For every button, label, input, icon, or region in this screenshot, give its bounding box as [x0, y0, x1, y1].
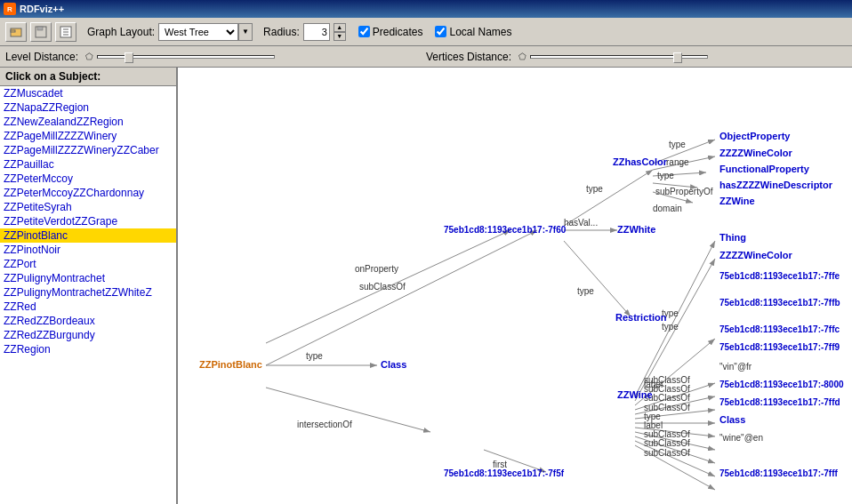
level-distance-icon: ⬠: [85, 52, 93, 61]
graph-layout-label: Graph Layout:: [87, 26, 155, 38]
node-zzwhite[interactable]: ZZWhite: [617, 224, 655, 235]
radius-label: Radius:: [263, 26, 300, 38]
main-area: Click on a Subject: ZZMuscadetZZNapaZZRe…: [0, 68, 852, 504]
graph-layout-select[interactable]: West Tree East Tree Radial: [158, 23, 238, 41]
list-item[interactable]: ZZRedZZBurgundy: [0, 328, 176, 342]
node-wine-en[interactable]: "wine"@en: [719, 433, 763, 443]
graph-svg: type subClassOf onProperty intersectionO…: [178, 68, 852, 504]
list-item[interactable]: ZZRegion: [0, 342, 176, 356]
list-item[interactable]: ZZPauillac: [0, 157, 176, 172]
node-class[interactable]: Class: [381, 359, 406, 370]
list-item[interactable]: ZZPinotBlanc: [0, 228, 176, 243]
title-bar: R RDFviz++: [0, 0, 852, 18]
node-75eb-ffc[interactable]: 75eb1cd8:1193ece1b17:-7ffc: [719, 324, 840, 334]
radius-up-button[interactable]: ▲: [334, 23, 346, 32]
left-panel: Click on a Subject: ZZMuscadetZZNapaZZRe…: [0, 68, 178, 504]
edge-label-onproperty: onProperty: [355, 264, 398, 274]
left-panel-header: Click on a Subject:: [0, 68, 176, 86]
list-item[interactable]: ZZPeterMccoy: [0, 172, 176, 186]
list-item[interactable]: ZZMuscadet: [0, 86, 176, 100]
edge-label-type2: type: [586, 184, 603, 194]
edge-label-intersectionof1: intersectionOf: [297, 420, 352, 429]
open-button[interactable]: [5, 22, 27, 42]
node-restriction[interactable]: Restriction: [615, 312, 667, 323]
export-button[interactable]: [55, 22, 76, 42]
edge-label-type4: type: [669, 140, 686, 149]
slider-row: Level Distance: ⬠ Vertices Distance: ⬠: [0, 46, 852, 68]
local-names-checkbox[interactable]: [435, 26, 446, 37]
node-zzwine2[interactable]: ZZWine: [719, 196, 755, 206]
list-item[interactable]: ZZPulignyMontrachetZZWhiteZ: [0, 285, 176, 300]
list-item[interactable]: ZZRedZZBordeaux: [0, 314, 176, 328]
radius-down-button[interactable]: ▼: [334, 32, 346, 41]
node-75eb-fff[interactable]: 75eb1cd8:1193ece1b17:-7fff: [719, 468, 839, 478]
svg-line-11: [266, 230, 510, 343]
list-item[interactable]: ZZNewZealandZZRegion: [0, 115, 176, 129]
level-distance-slider[interactable]: [97, 55, 275, 59]
list-item[interactable]: ZZRed: [0, 300, 176, 314]
list-item[interactable]: ZZPulignyMontrachet: [0, 271, 176, 285]
svg-line-16: [564, 241, 631, 316]
node-zzwine[interactable]: ZZWine: [617, 389, 653, 400]
svg-rect-3: [37, 27, 43, 30]
svg-line-10: [266, 230, 537, 365]
node-75eb-ffe[interactable]: 75eb1cd8:1193ece1b17:-7ffe: [719, 271, 840, 281]
svg-rect-1: [11, 30, 15, 32]
node-vin-fr[interactable]: "vin"@fr: [719, 362, 752, 372]
vertices-distance-section: Vertices Distance: ⬠: [426, 51, 847, 63]
radius-input[interactable]: 3: [303, 23, 330, 41]
graph-layout-select-wrapper: West Tree East Tree Radial ▼: [158, 23, 253, 41]
list-item[interactable]: ZZPinotNoir: [0, 243, 176, 257]
app-icon: R: [4, 3, 16, 15]
node-haszzzwine[interactable]: hasZZZZWineDescriptor: [719, 180, 833, 190]
graph-layout-dropdown[interactable]: ▼: [238, 23, 253, 41]
local-names-label: Local Names: [449, 26, 511, 38]
list-item[interactable]: ZZNapaZZRegion: [0, 100, 176, 115]
list-item[interactable]: ZZPageMillZZZZWineryZZCaber: [0, 143, 176, 157]
node-75eb-ffd[interactable]: 75eb1cd8:1193ece1b17:-7ffd: [719, 397, 840, 407]
edge-label-type7: type: [662, 322, 679, 332]
predicates-label: Predicates: [373, 26, 423, 38]
edge-label-subclassof: subClassOf: [359, 282, 406, 292]
node-75eb-ff9[interactable]: 75eb1cd8:1193ece1b17:-7ff9: [719, 342, 840, 352]
toolbar: Graph Layout: West Tree East Tree Radial…: [0, 18, 852, 46]
list-item[interactable]: ZZPetiteVerdotZZGrape: [0, 214, 176, 228]
graph-area[interactable]: type subClassOf onProperty intersectionO…: [178, 68, 852, 504]
vertices-distance-thumb[interactable]: [673, 52, 682, 63]
node-zzzzwinecolor2[interactable]: ZZZZWineColor: [719, 250, 792, 260]
radius-spinner: ▲ ▼: [334, 23, 346, 41]
node-class2[interactable]: Class: [719, 414, 745, 425]
node-75eb-bottom[interactable]: 75eb1cd8:1193ece1b17:-7f5f: [444, 468, 565, 478]
vertices-distance-label: Vertices Distance:: [426, 51, 511, 63]
node-75eb-8000[interactable]: 75eb1cd8:1193ece1b17:-8000: [719, 380, 844, 389]
subject-list[interactable]: ZZMuscadetZZNapaZZRegionZZNewZealandZZRe…: [0, 86, 176, 504]
edge-label-type1: type: [306, 351, 323, 361]
level-distance-label: Level Distance:: [5, 51, 78, 63]
app-title: RDFviz++: [20, 4, 64, 14]
list-item[interactable]: ZZPageMillZZZZWinery: [0, 129, 176, 143]
level-distance-thumb[interactable]: [125, 52, 133, 63]
list-item[interactable]: ZZPort: [0, 257, 176, 271]
level-distance-section: Level Distance: ⬠: [5, 51, 426, 63]
node-functionalproperty[interactable]: FunctionalProperty: [719, 164, 810, 174]
node-75eb-middle[interactable]: 75eb1cd8:1193ece1b17:-7f60: [444, 225, 567, 235]
predicates-checkbox-wrapper: Predicates: [358, 26, 423, 38]
edge-label-subclassof7: subClassOf: [644, 438, 690, 448]
list-item[interactable]: ZZPeterMccoyZZChardonnay: [0, 186, 176, 200]
predicates-checkbox[interactable]: [358, 26, 370, 37]
save-button[interactable]: [30, 22, 52, 42]
edge-label-subclassof8: subClassOf: [644, 448, 690, 458]
vertices-distance-slider[interactable]: [530, 55, 708, 59]
node-thing[interactable]: Thing: [719, 232, 746, 243]
list-item[interactable]: ZZPetiteSyrah: [0, 200, 176, 214]
local-names-checkbox-wrapper: Local Names: [435, 26, 511, 38]
node-zzpinotblanc[interactable]: ZZPinotBlanc: [199, 359, 262, 370]
node-zzzzwinecolor1[interactable]: ZZZZWineColor: [719, 148, 792, 158]
edge-label-type5: type: [657, 171, 674, 180]
edge-label-domain: domain: [653, 204, 682, 213]
vertices-distance-icon: ⬠: [518, 52, 526, 61]
node-75eb-ffb[interactable]: 75eb1cd8:1193ece1b17:-7ffb: [719, 298, 840, 308]
node-zzhascolor[interactable]: ZZhasColor: [613, 156, 668, 167]
edge-label-type3: type: [577, 286, 594, 296]
node-objectproperty[interactable]: ObjectProperty: [719, 131, 791, 141]
